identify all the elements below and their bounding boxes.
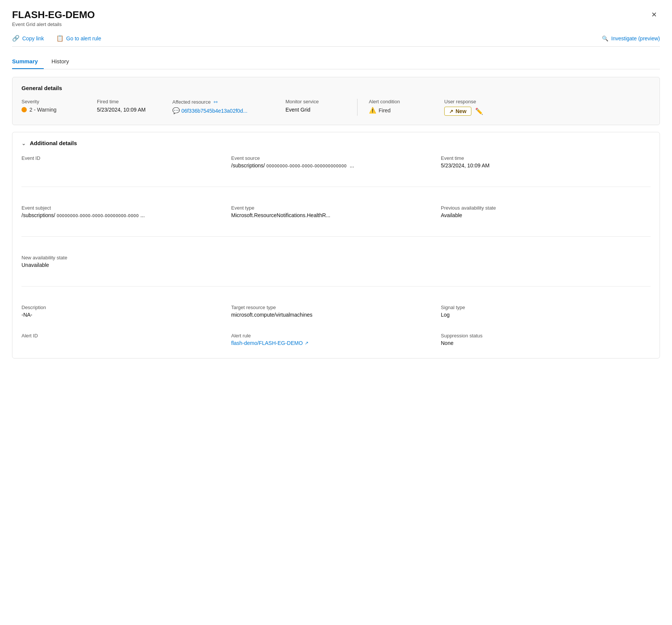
col-divider xyxy=(357,99,357,116)
investigate-button[interactable]: 🔍 Investigate (preview) xyxy=(602,35,660,41)
detail-signal-type: Signal type Log xyxy=(441,305,651,321)
event-time-value: 5/23/2024, 10:09 AM xyxy=(441,162,651,169)
external-link-icon: ↗ xyxy=(305,340,308,346)
alert-rule-value[interactable]: flash-demo/FLASH-EG-DEMO ↗ xyxy=(231,340,441,346)
new-availability-label: New availability state xyxy=(21,255,231,260)
user-response-label: User response xyxy=(444,99,505,104)
detail-suppression-status: Suppression status None xyxy=(441,333,651,349)
general-details-grid: Severity 2 - Warning Fired time 5/23/202… xyxy=(21,99,651,116)
alert-id-label: Alert ID xyxy=(21,333,231,339)
copy-link-label: Copy link xyxy=(22,35,44,41)
user-response-area: ↗ New ✏️ xyxy=(444,107,505,116)
event-source-label: Event source xyxy=(231,155,441,161)
row-divider-3 xyxy=(21,286,651,286)
new-badge[interactable]: ↗ New xyxy=(444,107,471,116)
detail-description: Description -NA- xyxy=(21,305,231,321)
detail-prev-availability: Previous availability state Available xyxy=(441,205,651,221)
general-details-title: General details xyxy=(21,85,651,91)
additional-details-card: ⌄ Additional details Event ID Event sour… xyxy=(12,132,660,358)
event-subject-label: Event subject xyxy=(21,205,231,211)
detail-alert-id: Alert ID xyxy=(21,333,231,349)
toolbar-left: 🔗 Copy link 📋 Go to alert rule xyxy=(12,35,590,42)
new-availability-value: Unavailable xyxy=(21,262,231,268)
alert-rule-label: Alert rule xyxy=(231,333,441,339)
detail-new-availability: New availability state Unavailable xyxy=(21,255,231,271)
additional-details-title: Additional details xyxy=(30,140,77,146)
tab-history[interactable]: History xyxy=(51,54,75,69)
signal-type-label: Signal type xyxy=(441,305,651,310)
tab-bar: Summary History xyxy=(12,54,660,69)
severity-dot-icon xyxy=(21,107,27,112)
affected-resource-col: Affected resource ⇿ 💬 06f336b7545b4e13a0… xyxy=(172,99,270,114)
tab-summary[interactable]: Summary xyxy=(12,54,44,69)
additional-details-grid: Event ID Event source /subscriptions/ 00… xyxy=(21,155,651,349)
detail-event-subject: Event subject /subscriptions/ 00000000-0… xyxy=(21,205,231,221)
alert-detail-panel: FLASH-EG-DEMO Event Grid alert details ✕… xyxy=(0,0,672,377)
prev-availability-value: Available xyxy=(441,212,651,218)
target-resource-type-value: microsoft.compute/virtualmachines xyxy=(231,312,441,318)
detail-alert-rule: Alert rule flash-demo/FLASH-EG-DEMO ↗ xyxy=(231,333,441,349)
event-subject-value: /subscriptions/ 00000000-0000-0000-00000… xyxy=(21,212,231,218)
close-button[interactable]: ✕ xyxy=(648,9,660,20)
panel-header: FLASH-EG-DEMO Event Grid alert details ✕ xyxy=(12,9,660,27)
toolbar: 🔗 Copy link 📋 Go to alert rule 🔍 Investi… xyxy=(12,30,660,47)
panel-title-area: FLASH-EG-DEMO Event Grid alert details xyxy=(12,9,95,27)
event-type-label: Event type xyxy=(231,205,441,211)
panel-title: FLASH-EG-DEMO xyxy=(12,9,95,21)
go-to-alert-rule-label: Go to alert rule xyxy=(66,35,101,41)
investigate-label: Investigate (preview) xyxy=(611,35,660,41)
warning-icon: ⚠️ xyxy=(369,107,376,114)
prev-availability-label: Previous availability state xyxy=(441,205,651,211)
fired-time-value: 5/23/2024, 10:09 AM xyxy=(97,107,157,113)
detail-event-time: Event time 5/23/2024, 10:09 AM xyxy=(441,155,651,172)
event-time-label: Event time xyxy=(441,155,651,161)
new-badge-label: New xyxy=(456,108,466,114)
alert-condition-label: Alert condition xyxy=(369,99,429,104)
row-divider-1 xyxy=(21,187,651,187)
suppression-status-label: Suppression status xyxy=(441,333,651,339)
monitor-service-label: Monitor service xyxy=(285,99,346,104)
detail-placeholder-2 xyxy=(441,255,651,271)
monitor-service-col: Monitor service Event Grid xyxy=(285,99,346,113)
description-value: -NA- xyxy=(21,312,231,318)
severity-label: Severity xyxy=(21,99,82,104)
edit-icon[interactable]: ✏️ xyxy=(475,107,483,115)
resource-chat-icon: 💬 xyxy=(172,107,180,114)
row-divider-2 xyxy=(21,236,651,237)
fired-time-label: Fired time xyxy=(97,99,157,104)
detail-placeholder-1 xyxy=(231,255,441,271)
monitor-service-value: Event Grid xyxy=(285,107,346,113)
suppression-status-value: None xyxy=(441,340,651,346)
detail-event-id: Event ID xyxy=(21,155,231,172)
investigate-icon: 🔍 xyxy=(602,35,608,41)
new-badge-icon: ↗ xyxy=(449,109,453,114)
copy-link-icon: 🔗 xyxy=(12,35,20,42)
event-source-value: /subscriptions/ 00000000-0000-0000-00000… xyxy=(231,162,441,169)
fired-time-col: Fired time 5/23/2024, 10:09 AM xyxy=(97,99,157,113)
affected-resource-value[interactable]: 💬 06f336b7545b4e13a02f0d... xyxy=(172,107,270,114)
copy-link-button[interactable]: 🔗 Copy link xyxy=(12,35,44,42)
user-response-col: User response ↗ New ✏️ xyxy=(444,99,505,116)
detail-event-type: Event type Microsoft.ResourceNotificatio… xyxy=(231,205,441,221)
detail-event-source: Event source /subscriptions/ 00000000-00… xyxy=(231,155,441,172)
go-to-alert-rule-icon: 📋 xyxy=(56,35,64,42)
go-to-alert-rule-button[interactable]: 📋 Go to alert rule xyxy=(56,35,101,42)
alert-condition-value: ⚠️ Fired xyxy=(369,107,429,114)
event-type-value: Microsoft.ResourceNotifications.HealthR.… xyxy=(231,212,441,218)
chevron-down-icon: ⌄ xyxy=(21,140,26,146)
alert-condition-col: Alert condition ⚠️ Fired xyxy=(369,99,429,114)
signal-type-value: Log xyxy=(441,312,651,318)
detail-target-resource-type: Target resource type microsoft.compute/v… xyxy=(231,305,441,321)
panel-subtitle: Event Grid alert details xyxy=(12,21,95,27)
affected-resource-label: Affected resource ⇿ xyxy=(172,99,270,105)
severity-value: 2 - Warning xyxy=(21,107,82,113)
share-icon: ⇿ xyxy=(213,99,218,105)
additional-details-header[interactable]: ⌄ Additional details xyxy=(21,140,651,146)
event-id-label: Event ID xyxy=(21,155,231,161)
severity-col: Severity 2 - Warning xyxy=(21,99,82,113)
target-resource-type-label: Target resource type xyxy=(231,305,441,310)
general-details-card: General details Severity 2 - Warning Fir… xyxy=(12,77,660,125)
description-label: Description xyxy=(21,305,231,310)
